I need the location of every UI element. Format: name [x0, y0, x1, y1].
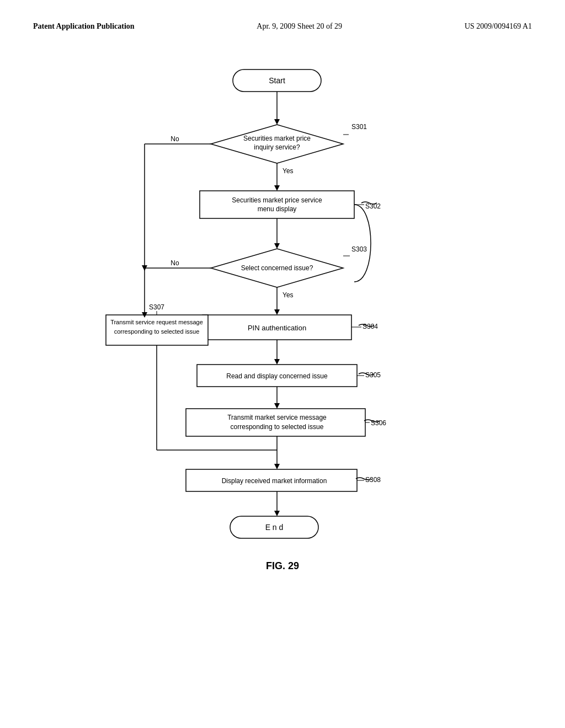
svg-text:PIN authentication: PIN authentication — [248, 324, 306, 332]
svg-marker-68 — [142, 265, 147, 271]
diagram-container: Start Securities market price inquiry se… — [33, 64, 532, 544]
svg-text:S306: S306 — [371, 419, 386, 427]
svg-text:Securities market price: Securities market price — [243, 135, 311, 142]
svg-text:Display received market inform: Display received market information — [222, 477, 327, 485]
svg-text:Securities market price servic: Securities market price service — [232, 196, 322, 204]
svg-rect-30 — [202, 315, 351, 340]
svg-text:Read and display concerned iss: Read and display concerned issue — [226, 372, 328, 380]
svg-marker-35 — [274, 359, 280, 365]
svg-text:S308: S308 — [365, 476, 381, 484]
svg-text:Transmit market service messag: Transmit market service message — [227, 414, 327, 421]
svg-rect-47 — [106, 315, 208, 345]
svg-text:inquiry service?: inquiry service? — [254, 143, 300, 151]
svg-marker-4 — [211, 125, 343, 163]
svg-text:Select concerned issue?: Select concerned issue? — [241, 264, 313, 272]
svg-marker-59 — [274, 464, 280, 469]
svg-marker-41 — [274, 403, 280, 409]
svg-rect-14 — [200, 191, 354, 218]
header-center: Apr. 9, 2009 Sheet 20 of 29 — [257, 22, 342, 31]
svg-marker-65 — [274, 511, 280, 516]
svg-rect-66 — [230, 516, 318, 538]
svg-text:S307: S307 — [149, 303, 164, 311]
svg-marker-27 — [274, 309, 280, 315]
svg-rect-0 — [233, 69, 321, 92]
svg-rect-42 — [186, 409, 365, 436]
svg-text:corresponding to selected issu: corresponding to selected issue — [231, 423, 324, 431]
svg-rect-36 — [197, 365, 357, 387]
svg-text:No: No — [170, 135, 179, 143]
svg-text:Start: Start — [269, 76, 285, 85]
svg-text:S302: S302 — [365, 202, 381, 210]
svg-marker-20 — [274, 243, 280, 249]
svg-text:corresponding to selected issu: corresponding to selected issue — [114, 328, 200, 335]
header-right: US 2009/0094169 A1 — [465, 22, 532, 31]
svg-text:Yes: Yes — [282, 167, 294, 175]
flowchart: Start Securities market price inquiry se… — [89, 64, 476, 544]
svg-text:S304: S304 — [363, 323, 378, 330]
fig-label: FIG. 29 — [33, 560, 532, 572]
svg-text:S303: S303 — [351, 245, 367, 253]
svg-marker-11 — [274, 185, 280, 191]
svg-marker-3 — [274, 119, 280, 125]
svg-rect-60 — [186, 469, 357, 491]
header-left: Patent Application Publication — [33, 22, 135, 31]
svg-text:menu display: menu display — [258, 205, 297, 213]
svg-text:E n d: E n d — [265, 523, 284, 532]
svg-text:Transmit service request messa: Transmit service request message — [110, 319, 203, 325]
page: Patent Application Publication Apr. 9, 2… — [0, 0, 565, 728]
svg-text:Yes: Yes — [282, 291, 294, 299]
svg-text:S305: S305 — [365, 371, 381, 379]
svg-text:No: No — [170, 259, 179, 267]
svg-marker-23 — [211, 249, 343, 287]
page-header: Patent Application Publication Apr. 9, 2… — [33, 22, 532, 31]
svg-marker-54 — [142, 312, 147, 318]
svg-text:S301: S301 — [351, 123, 367, 131]
flowchart-svg: Start Securities market price inquiry se… — [89, 64, 476, 544]
